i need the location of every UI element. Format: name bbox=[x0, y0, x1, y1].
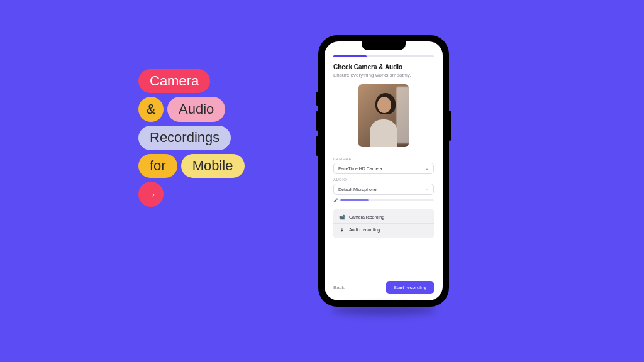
pill-ampersand: & bbox=[138, 97, 164, 122]
chevron-down-icon: ⌄ bbox=[425, 166, 429, 171]
start-recording-button[interactable]: Start recording bbox=[386, 281, 434, 294]
microphone-icon: 🎤 bbox=[333, 198, 338, 202]
info-audio-recording-label: Audio recording bbox=[349, 228, 380, 232]
recording-info-block: 📹 Camera recording 🎙 Audio recording bbox=[333, 209, 434, 238]
progress-bar bbox=[333, 55, 434, 57]
audio-select-value: Default Microphone bbox=[338, 187, 377, 192]
screen-title: Check Camera & Audio bbox=[333, 63, 434, 70]
microphone-icon: 🎙 bbox=[339, 227, 345, 233]
screen-subtitle: Ensure everything works smoothly. bbox=[333, 72, 434, 78]
camera-select[interactable]: FaceTime HD Camera ⌄ bbox=[333, 163, 434, 174]
info-camera-recording: 📹 Camera recording bbox=[333, 211, 434, 223]
camera-field-label: CAMERA bbox=[333, 157, 434, 161]
arrow-icon[interactable]: → bbox=[138, 182, 164, 207]
audio-select[interactable]: Default Microphone ⌄ bbox=[333, 184, 434, 195]
audio-field-label: AUDIO bbox=[333, 178, 434, 182]
video-icon: 📹 bbox=[339, 214, 345, 220]
phone-notch bbox=[362, 41, 406, 50]
back-button[interactable]: Back bbox=[333, 285, 345, 290]
phone-mockup: Check Camera & Audio Ensure everything w… bbox=[318, 35, 449, 307]
chevron-down-icon: ⌄ bbox=[425, 187, 429, 192]
camera-select-value: FaceTime HD Camera bbox=[338, 167, 382, 171]
audio-level-meter bbox=[340, 199, 434, 201]
footer-actions: Back Start recording bbox=[333, 275, 434, 294]
pill-for: for bbox=[138, 154, 177, 178]
pill-mobile: Mobile bbox=[181, 154, 245, 178]
phone-screen: Check Camera & Audio Ensure everything w… bbox=[325, 41, 443, 300]
pill-camera: Camera bbox=[138, 69, 210, 93]
pill-recordings: Recordings bbox=[138, 126, 231, 150]
headline-pills: Camera & Audio Recordings for Mobile → bbox=[138, 69, 245, 207]
pill-audio: Audio bbox=[167, 97, 225, 122]
info-audio-recording: 🎙 Audio recording bbox=[333, 223, 434, 236]
audio-level-row: 🎤 bbox=[333, 198, 434, 202]
camera-preview bbox=[358, 84, 409, 147]
info-camera-recording-label: Camera recording bbox=[349, 215, 384, 219]
